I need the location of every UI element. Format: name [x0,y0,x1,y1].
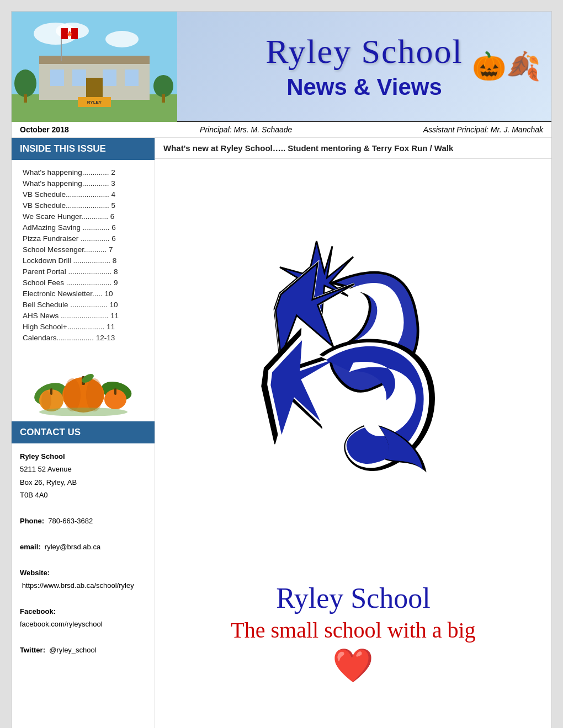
svg-rect-7 [50,69,64,86]
contact-twitter-line: Twitter: @ryley_school [20,644,146,656]
table-of-contents: What's happening............. 2 What's h… [12,160,155,350]
toc-item-7: Pizza Fundraiser .............. 6 [23,233,144,244]
svg-point-3 [105,31,139,47]
contact-address1: 5211 52 Avenue [20,463,146,475]
contact-facebook-line: Facebook: facebook.com/ryleyschool [20,605,146,631]
phone-label: Phone: [20,517,44,525]
heart-symbol: ❤️ [231,646,475,685]
svg-rect-8 [72,69,86,86]
contact-website-line: Website: https://www.brsd.ab.ca/school/r… [20,566,146,592]
pumpkin-image-area [12,350,155,421]
main-headline: What's new at Ryley School….. Student me… [155,138,551,159]
toc-item-15: High School+.................. 11 [23,321,144,332]
school-name-script: Ryley School [265,32,463,71]
contact-address2: Box 26, Ryley, AB [20,476,146,489]
toc-item-16: Calendars.................. 12-13 [23,332,144,343]
contact-us-header: CONTACT US [12,421,155,443]
svg-point-16 [14,69,36,97]
svg-text:RYLEY: RYLEY [87,100,102,105]
svg-rect-19 [162,94,165,103]
issue-date: October 2018 [20,125,69,134]
svg-point-31 [41,390,51,410]
contact-phone-line: Phone: 780-663-3682 [20,515,146,527]
meta-bar: October 2018 Principal: Mrs. M. Schaade … [12,122,551,138]
twitter-handle: @ryley_school [49,646,96,654]
tagline-script: The small school with a big [231,617,475,643]
principal-name: Principal: Mrs. M. Schaade [200,125,292,134]
inside-this-issue-header: INSIDE THIS ISSUE [12,138,155,160]
ryley-r-emblem [248,290,458,488]
toc-item-4: VB Schedule..................... 5 [23,200,144,211]
page: 🍁 RYLEY Ryley School News & Views 🎃🍂 Oct… [11,11,552,728]
toc-item-2: What's happening............. 3 [23,178,144,189]
toc-item-5: We Scare Hunger............. 6 [23,211,144,222]
main-image-area: Ryley School The small school with a big… [155,159,551,728]
svg-rect-32 [50,388,52,395]
toc-item-12: Electronic Newsletter..... 10 [23,288,144,299]
toc-item-9: Lockdown Drill .................. 8 [23,255,144,266]
website-url: https://www.brsd.ab.ca/school/ryley [22,581,134,590]
svg-rect-9 [103,69,116,86]
header-title-area: Ryley School News & Views 🎃🍂 [177,12,551,121]
svg-rect-6 [39,56,150,64]
main-content: INSIDE THIS ISSUE What's happening......… [12,138,551,728]
contact-postal: T0B 4A0 [20,489,146,501]
toc-item-3: VB Schedule..................... 4 [23,189,144,200]
school-photo: 🍁 RYLEY [12,12,177,122]
phone-number: 780-663-3682 [48,517,93,525]
bottom-text-area: Ryley School The small school with a big… [231,576,475,685]
school-building-illustration: 🍁 RYLEY [12,12,177,122]
toc-item-13: Bell Schedule .................. 10 [23,299,144,310]
svg-point-26 [64,378,81,411]
assistant-principal-name: Assistant Principal: Mr. J. Manchak [423,125,543,134]
svg-rect-34 [114,388,116,395]
svg-point-18 [153,75,173,97]
contact-school-name: Ryley School [20,450,146,463]
svg-text:🍁: 🍁 [66,30,73,38]
toc-item-11: School Fees ...................... 9 [23,277,144,288]
email-label: email: [20,543,41,551]
facebook-handle: facebook.com/ryleyschool [20,620,103,628]
svg-rect-11 [86,78,103,100]
facebook-label: Facebook: [20,607,56,615]
ryley-school-script-bottom: Ryley School [231,582,475,614]
svg-point-27 [86,378,103,411]
header: 🍁 RYLEY Ryley School News & Views 🎃🍂 [12,12,551,122]
main-area: What's new at Ryley School….. Student me… [155,138,551,728]
email-address: ryley@brsd.ab.ca [45,543,100,551]
news-views-title: News & Views [286,74,442,100]
pumpkin-decoration: 🎃🍂 [472,50,540,82]
toc-item-6: AdMazing Saving ............. 6 [23,222,144,233]
toc-item-1: What's happening............. 2 [23,167,144,178]
svg-rect-10 [125,69,139,86]
toc-item-8: School Messenger........... 7 [23,244,144,255]
toc-item-10: Parent Portal ..................... 8 [23,266,144,277]
svg-rect-17 [24,94,27,103]
pumpkin-harvest-illustration [28,355,139,416]
website-label: Website: [20,569,50,577]
contact-info: Ryley School 5211 52 Avenue Box 26, Ryle… [12,443,155,663]
sidebar: INSIDE THIS ISSUE What's happening......… [12,138,155,728]
twitter-label: Twitter: [20,646,45,654]
toc-item-14: AHS News ....................... 11 [23,310,144,321]
contact-email-line: email: ryley@brsd.ab.ca [20,540,146,553]
